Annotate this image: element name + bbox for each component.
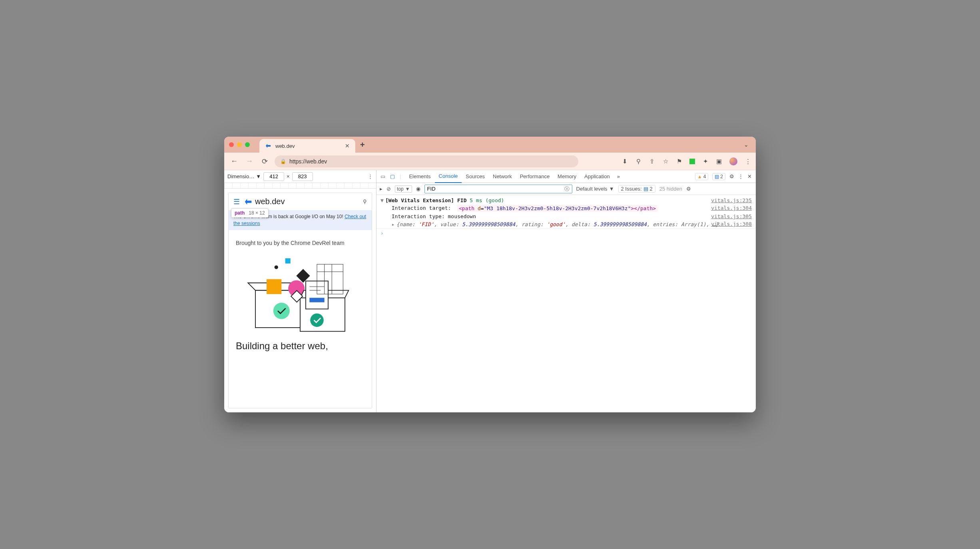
extension-square-icon[interactable] xyxy=(689,159,695,164)
svg-point-10 xyxy=(310,313,324,327)
avatar-icon[interactable] xyxy=(729,157,737,165)
tab-strip: web.dev ✕ + ⌄ xyxy=(224,137,756,153)
tab-network[interactable]: Network xyxy=(489,170,516,183)
tab-application[interactable]: Application xyxy=(580,170,614,183)
warnings-badge[interactable]: ▲4 xyxy=(695,173,709,180)
log-line-3[interactable]: Interaction type: mousedown vitals.js:30… xyxy=(376,213,756,220)
log-line-1[interactable]: ▼ [Web Vitals Extension] FID 5 ms (good)… xyxy=(376,197,756,204)
inspect-element-button[interactable]: ▭ xyxy=(380,173,385,179)
browser-tab[interactable]: web.dev ✕ xyxy=(259,139,355,153)
webdev-logo-icon xyxy=(244,197,253,206)
tab-memory[interactable]: Memory xyxy=(554,170,580,183)
star-icon[interactable]: ☆ xyxy=(662,158,669,165)
dimensions-select[interactable]: Dimensio…▼ xyxy=(227,173,261,179)
source-link-3[interactable]: vitals.js:305 xyxy=(703,213,752,219)
clear-filter-button[interactable]: ⓧ xyxy=(564,185,570,193)
lock-icon: 🔒 xyxy=(280,159,286,164)
back-button[interactable]: ← xyxy=(229,157,239,165)
devtools-panel: ▭ ▢ | Elements Console Sources Network P… xyxy=(376,170,756,412)
forward-button[interactable]: → xyxy=(244,157,255,165)
filter-input[interactable]: ⓧ xyxy=(424,185,572,193)
browser-window: web.dev ✕ + ⌄ ← → ⟳ 🔒 https://web.dev ⬇ … xyxy=(224,137,756,412)
address-bar[interactable]: 🔒 https://web.dev xyxy=(275,155,578,167)
more-icon[interactable]: ⋮ xyxy=(745,158,751,165)
reload-button[interactable]: ⟳ xyxy=(259,157,270,166)
issues-badge[interactable]: ▤2 xyxy=(712,173,725,180)
fullscreen-window-button[interactable] xyxy=(245,142,250,147)
menu-icon[interactable]: ☰ xyxy=(233,197,240,206)
device-mode-more-button[interactable]: ⋮ xyxy=(368,173,373,179)
clear-console-button[interactable]: ⊘ xyxy=(386,186,391,192)
svg-rect-4 xyxy=(285,258,291,263)
close-devtools-button[interactable]: ✕ xyxy=(747,173,752,179)
tooltip-size: 18 × 12 xyxy=(249,210,265,216)
tooltip-element: path xyxy=(235,210,245,216)
window-controls xyxy=(229,142,250,147)
hero-illustration xyxy=(229,250,372,338)
toggle-sidebar-button[interactable]: ▸ xyxy=(380,186,382,192)
hidden-count: 25 hidden xyxy=(659,186,682,192)
download-icon[interactable]: ⬇ xyxy=(621,158,628,165)
url-text: https://web.dev xyxy=(289,158,327,165)
log-line-2[interactable]: Interaction target: <path d="M3 18h18v-2… xyxy=(376,204,756,213)
extensions-icon[interactable]: ✦ xyxy=(702,158,709,165)
devtools-tab-bar: ▭ ▢ | Elements Console Sources Network P… xyxy=(376,170,756,183)
log-levels-select[interactable]: Default levels ▼ xyxy=(576,186,614,192)
svg-point-5 xyxy=(275,265,278,269)
svg-rect-2 xyxy=(267,279,281,294)
close-tab-button[interactable]: ✕ xyxy=(345,143,350,149)
more-tabs-button[interactable]: » xyxy=(614,173,623,179)
tab-elements[interactable]: Elements xyxy=(405,170,434,183)
devtools-more-icon[interactable]: ⋮ xyxy=(738,173,743,179)
webdev-favicon-icon xyxy=(265,143,271,149)
page-frame: ☰ web.dev ⚲ path 18 × 12 The Chrome team… xyxy=(228,193,372,408)
html-snippet: <path d="M3 18h18v-2H3v2zm0-5h18v-2H3v2z… xyxy=(457,205,657,212)
log-line-4-obj[interactable]: ▸ {name: 'FID', value: 5.399999998509884… xyxy=(376,221,756,228)
tab-title: web.dev xyxy=(275,143,341,149)
browser-toolbar: ← → ⟳ 🔒 https://web.dev ⬇ ⚲ ⇪ ☆ ⚑ ✦ ▣ ⋮ xyxy=(224,153,756,170)
page-header: ☰ web.dev ⚲ path 18 × 12 xyxy=(229,193,372,210)
new-tab-button[interactable]: + xyxy=(360,140,365,149)
search-icon[interactable]: ⚲ xyxy=(363,199,367,205)
context-select[interactable]: top ▼ xyxy=(395,185,412,193)
height-input[interactable] xyxy=(292,172,313,181)
console-prompt[interactable]: › xyxy=(376,228,756,238)
hero-headline: Building a better web, xyxy=(229,338,372,354)
tab-performance[interactable]: Performance xyxy=(516,170,554,183)
inspect-tooltip: path 18 × 12 xyxy=(231,208,269,218)
emulated-viewport: ☰ web.dev ⚲ path 18 × 12 The Chrome team… xyxy=(224,189,376,412)
ruler xyxy=(224,183,376,189)
device-mode-panel: Dimensio…▼ × ⋮ ☰ web.dev ⚲ xyxy=(224,170,376,412)
console-output: ▼ [Web Vitals Extension] FID 5 ms (good)… xyxy=(376,195,756,412)
side-panel-icon[interactable]: ▣ xyxy=(716,158,722,165)
tab-search-button[interactable]: ⌄ xyxy=(744,141,749,148)
source-link-1[interactable]: vitals.js:235 xyxy=(703,197,752,203)
svg-point-7 xyxy=(273,302,290,319)
svg-rect-14 xyxy=(309,298,324,302)
live-expression-button[interactable]: ◉ xyxy=(416,186,420,192)
settings-icon[interactable]: ⚙ xyxy=(729,173,734,179)
dimensions-bar: Dimensio…▼ × ⋮ xyxy=(224,170,376,183)
zoom-icon[interactable]: ⚲ xyxy=(635,158,641,165)
byline: Brought to you by the Chrome DevRel team xyxy=(229,230,372,250)
site-logo[interactable]: web.dev xyxy=(244,197,285,206)
console-toolbar: ▸ ⊘ top ▼ ◉ ⓧ Default levels ▼ 2 Issues:… xyxy=(376,183,756,195)
toolbar-actions: ⬇ ⚲ ⇪ ☆ ⚑ ✦ ▣ ⋮ xyxy=(621,157,751,165)
width-input[interactable] xyxy=(263,172,284,181)
flag-icon[interactable]: ⚑ xyxy=(676,158,682,165)
issues-link[interactable]: 2 Issues: ▤ 2 xyxy=(618,185,655,193)
dim-sep: × xyxy=(287,173,290,179)
source-link-2[interactable]: vitals.js:304 xyxy=(703,205,752,212)
toggle-device-button[interactable]: ▢ xyxy=(390,173,395,179)
share-icon[interactable]: ⇪ xyxy=(649,158,655,165)
content-area: Dimensio…▼ × ⋮ ☰ web.dev ⚲ xyxy=(224,170,756,412)
close-window-button[interactable] xyxy=(229,142,234,147)
console-settings-icon[interactable]: ⚙ xyxy=(686,186,691,192)
tab-sources[interactable]: Sources xyxy=(462,170,489,183)
tab-console[interactable]: Console xyxy=(435,170,462,183)
minimize-window-button[interactable] xyxy=(237,142,242,147)
